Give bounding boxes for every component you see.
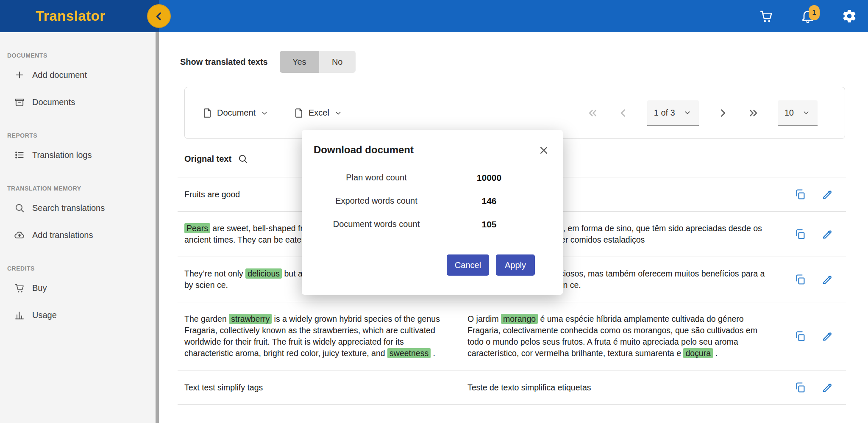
dialog-title: Download document (314, 144, 414, 156)
search-icon[interactable] (237, 153, 248, 164)
highlighted-term: morango (501, 314, 538, 324)
logo-area: Translator (0, 0, 159, 32)
sidebar-section-title: REPORTS (0, 130, 159, 141)
plus-icon (14, 69, 25, 80)
table-row: The garden strawberry is a widely grown … (178, 302, 846, 370)
copy-icon (794, 274, 806, 285)
topbar: Translator 1 (0, 0, 868, 32)
show-translated-filter: Show translated texts Yes No (180, 51, 356, 73)
dialog-row-label: Plan word count (302, 173, 451, 182)
highlighted-term: sweetness (387, 348, 431, 358)
dialog-rows: Plan word count10000Exported words count… (302, 166, 563, 236)
dialog-row: Document words count105 (302, 213, 563, 236)
sidebar-section: REPORTSTranslation logs (0, 130, 159, 169)
sidebar-collapse-button[interactable] (147, 4, 171, 28)
chevron-left-icon (617, 107, 629, 119)
app-window: Translator 1 DOCUMENTSAdd documentDocume… (0, 0, 868, 423)
highlighted-term: doçura (683, 348, 713, 358)
sidebar: DOCUMENTSAdd documentDocumentsREPORTSTra… (0, 32, 159, 423)
page-indicator-select[interactable]: 1 of 3 (647, 100, 699, 126)
previous-page-button[interactable] (617, 107, 629, 119)
copy-icon (794, 382, 806, 393)
row-actions (794, 382, 833, 393)
dialog-row-value: 105 (451, 219, 527, 229)
document-dropdown-label: Document (217, 108, 256, 118)
document-download-dropdown[interactable]: Document (202, 87, 269, 138)
sidebar-item-usage[interactable]: Usage (0, 301, 159, 329)
app-logo[interactable]: Translator (36, 8, 106, 24)
edit-icon (821, 188, 833, 200)
row-actions (794, 188, 833, 200)
edit-icon (821, 330, 833, 342)
chevron-down-icon (801, 108, 811, 117)
sidebar-item-label: Translation logs (32, 150, 92, 160)
cart-button[interactable] (759, 8, 774, 24)
sidebar-item-add-document[interactable]: Add document (0, 61, 159, 88)
original-text-column-header: Orignal text (184, 154, 231, 164)
sidebar-item-translation-logs[interactable]: Translation logs (0, 141, 159, 169)
copy-button[interactable] (794, 188, 806, 200)
first-page-button[interactable] (586, 107, 599, 119)
excel-dropdown-label: Excel (309, 108, 329, 118)
document-file-icon (202, 108, 213, 119)
original-text-cell: The garden strawberry is a widely grown … (184, 313, 448, 359)
sidebar-item-label: Add translations (32, 230, 93, 240)
edit-button[interactable] (821, 382, 833, 393)
search-icon (14, 202, 25, 213)
copy-icon (794, 330, 806, 342)
sidebar-section-title: TRANSLATION MEMORY (0, 182, 159, 194)
highlighted-term: delicious (245, 268, 282, 279)
next-page-button[interactable] (717, 107, 729, 119)
sidebar-section-title: DOCUMENTS (0, 50, 159, 61)
chevron-left-icon (153, 10, 165, 22)
cart-icon (759, 8, 774, 24)
notifications-button[interactable]: 1 (800, 8, 815, 24)
sidebar-item-buy[interactable]: Buy (0, 274, 159, 301)
sidebar-nav: DOCUMENTSAdd documentDocumentsREPORTSTra… (0, 32, 159, 329)
sidebar-item-label: Documents (32, 97, 75, 107)
edit-button[interactable] (821, 330, 833, 342)
sidebar-section: TRANSLATION MEMORYSearch translationsAdd… (0, 182, 159, 249)
copy-button[interactable] (794, 228, 806, 240)
sidebar-item-label: Usage (32, 310, 57, 320)
copy-button[interactable] (794, 382, 806, 393)
last-page-button[interactable] (747, 107, 760, 119)
excel-file-icon (293, 108, 304, 119)
edit-button[interactable] (821, 274, 833, 285)
copy-icon (794, 228, 806, 240)
close-button[interactable] (537, 144, 550, 157)
toggle-yes-button[interactable]: Yes (280, 51, 319, 73)
chevron-down-icon (334, 108, 343, 118)
copy-button[interactable] (794, 274, 806, 285)
translated-text-cell: O jardim morango é uma espécie híbrida a… (467, 313, 769, 359)
table-row: Text test simplify tagsTeste de texto si… (178, 370, 846, 405)
pagination: 1 of 3 10 (586, 87, 818, 138)
cancel-button[interactable]: Cancel (447, 254, 489, 276)
highlighted-term: strawberry (229, 314, 272, 324)
double-chevron-left-icon (586, 107, 599, 119)
original-text-cell: Text test simplify tags (184, 382, 448, 393)
sidebar-section-title: CREDITS (0, 263, 159, 274)
edit-icon (821, 382, 833, 393)
page-indicator-label: 1 of 3 (654, 108, 675, 118)
copy-button[interactable] (794, 330, 806, 342)
highlighted-term: Pears (184, 223, 210, 233)
sidebar-scrollbar[interactable] (156, 32, 159, 423)
sidebar-item-label: Search translations (32, 203, 105, 213)
row-actions (794, 274, 833, 285)
page-size-select[interactable]: 10 (778, 100, 818, 126)
sidebar-item-search-translations[interactable]: Search translations (0, 194, 159, 221)
sidebar-item-label: Add document (32, 70, 87, 80)
sidebar-item-add-translations[interactable]: Add translations (0, 221, 159, 249)
sidebar-item-documents[interactable]: Documents (0, 88, 159, 116)
documents-icon (14, 97, 25, 108)
edit-button[interactable] (821, 228, 833, 240)
edit-button[interactable] (821, 188, 833, 200)
settings-button[interactable] (842, 8, 857, 24)
apply-button[interactable]: Apply (496, 254, 535, 276)
bar-chart-icon (14, 310, 25, 321)
chevron-down-icon (683, 108, 692, 117)
translated-text-cell: Teste de texto simplifica etiquetas (467, 382, 769, 393)
toggle-no-button[interactable]: No (319, 51, 356, 73)
row-actions (794, 228, 833, 240)
